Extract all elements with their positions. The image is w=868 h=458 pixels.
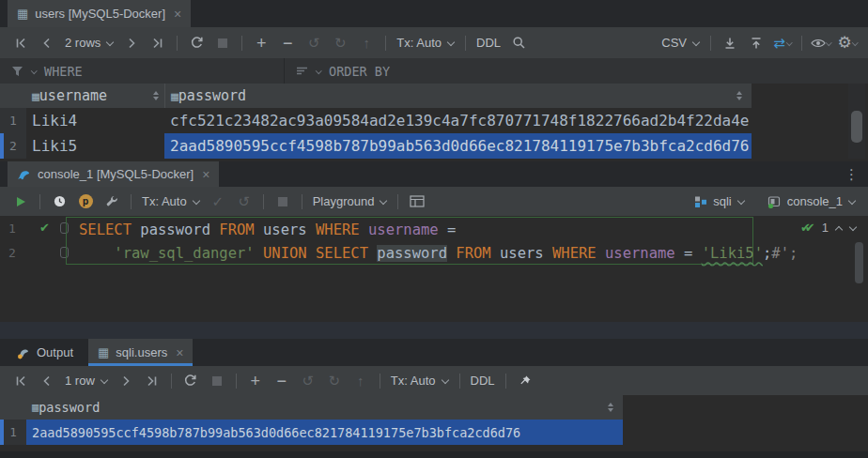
import-data-button[interactable] (745, 32, 767, 54)
row-number: 1 (0, 108, 26, 133)
next-problem-icon[interactable] (849, 224, 857, 232)
last-page-button[interactable] (147, 32, 169, 54)
where-label: WHERE (44, 64, 83, 79)
row-count-dropdown[interactable]: 2 rows (60, 36, 118, 50)
ddl-button[interactable]: DDL (472, 36, 505, 50)
tab-output[interactable]: Output (8, 339, 83, 366)
close-tab-icon[interactable]: × (176, 345, 183, 360)
stop-button[interactable] (206, 370, 228, 392)
sort-icon (153, 91, 159, 100)
ddl-button[interactable]: DDL (466, 374, 500, 388)
table-row[interactable]: 2 Liki5 2aad5890595ccf4598b787b99ab563d0… (0, 133, 868, 159)
undo-button[interactable]: ↺ (302, 32, 325, 54)
settings-button[interactable]: ⚙ (836, 32, 859, 54)
tx-mode-label: Tx: Auto (391, 374, 436, 388)
tab-title: Output (37, 345, 73, 359)
console-settings-button[interactable] (101, 191, 123, 213)
close-tab-icon[interactable]: × (174, 7, 181, 22)
playground-dropdown[interactable]: Playground (308, 194, 393, 208)
tab-sqli-users-result[interactable]: ▦ sqli.users × (88, 339, 193, 366)
scrollbar-thumb[interactable] (851, 111, 862, 143)
search-button[interactable] (507, 32, 530, 54)
row-count-dropdown[interactable]: 1 row (60, 374, 113, 388)
submit-button[interactable]: ↑ (355, 32, 378, 54)
table-row[interactable]: 1 Liki4 cfc521c23482ac93a09584ad2e139c4a… (0, 108, 868, 133)
cell-username[interactable]: Liki5 (26, 133, 164, 159)
stop-button[interactable] (211, 32, 234, 54)
next-page-button[interactable] (120, 32, 143, 54)
prev-page-button[interactable] (36, 370, 58, 392)
sql-token (368, 245, 377, 262)
selected-row-marker (0, 420, 4, 445)
editor-scrollbar-thumb[interactable] (855, 242, 863, 283)
sql-line-2[interactable]: 'raw_sql_danger' UNION SELECT password F… (79, 242, 798, 266)
cell-username[interactable]: Liki4 (26, 108, 164, 133)
undo-button[interactable]: ↺ (297, 370, 319, 392)
table-row[interactable]: 1 2aad5890595ccf4598b787b99ab563d0d66ec8… (0, 420, 868, 445)
parameters-button[interactable]: p (74, 191, 97, 213)
sql-editor[interactable]: 1 2 ✔ SELECT password FROM users WHERE u… (0, 216, 868, 322)
inspection-widget[interactable]: ✔✔ 1 (800, 221, 857, 235)
tab-title: users [MySQL5-Docker] (35, 7, 165, 21)
schema-icon (694, 195, 707, 208)
column-icon: ▦ (171, 90, 178, 102)
column-name: password (39, 400, 100, 415)
cell-password[interactable]: cfc521c23482ac93a09584ad2e139c4a7fc87077… (164, 108, 752, 133)
export-format-dropdown[interactable]: CSV (657, 36, 705, 50)
sql-token: SELECT (79, 221, 132, 238)
next-page-button[interactable] (115, 370, 137, 392)
cell-password-selected[interactable]: 2aad5890595ccf4598b787b99ab563d0d66ec821… (164, 133, 752, 159)
execute-button[interactable] (9, 191, 32, 213)
view-options-button[interactable] (810, 32, 832, 54)
tab-users-grid[interactable]: ▦ users [MySQL5-Docker] × (8, 0, 191, 27)
pin-tab-button[interactable] (514, 370, 536, 392)
stop-button[interactable] (271, 191, 294, 213)
rollback-button[interactable]: ↺ (233, 191, 256, 213)
reload-data-button[interactable] (185, 32, 208, 54)
submit-button[interactable]: ↑ (349, 370, 372, 392)
column-header-password[interactable]: ▦ password (164, 84, 752, 108)
revert-button[interactable]: ↻ (323, 370, 346, 392)
compare-sync-button[interactable]: ⇄ (771, 32, 794, 54)
tx-mode-dropdown[interactable]: Tx: Auto (137, 194, 205, 208)
first-page-button[interactable] (9, 370, 32, 392)
prev-page-button[interactable] (36, 32, 58, 54)
prev-problem-icon[interactable] (835, 224, 843, 232)
cell-password-selected[interactable]: 2aad5890595ccf4598b787b99ab563d0d66ec821… (26, 420, 623, 445)
sort-icon (608, 403, 613, 412)
run-success-icon[interactable]: ✔ (39, 221, 50, 235)
column-header-username[interactable]: ▦ username (26, 84, 164, 108)
tab-console[interactable]: console_1 [MySQL5-Docker] × (8, 161, 219, 187)
add-row-button[interactable]: + (250, 32, 272, 54)
query-history-button[interactable] (48, 191, 70, 213)
result-header-row: ▦ password (0, 395, 868, 420)
tx-mode-label: Tx: Auto (396, 36, 442, 50)
output-layout-button[interactable] (406, 191, 428, 213)
revert-button[interactable]: ↻ (329, 32, 351, 54)
where-filter[interactable]: WHERE (0, 58, 285, 84)
tx-mode-dropdown[interactable]: Tx: Auto (392, 36, 459, 50)
order-by-filter[interactable]: ORDER BY (285, 58, 401, 84)
line-number: 1 (8, 221, 16, 236)
more-options-icon[interactable]: ⋮ (835, 166, 868, 183)
delete-row-button[interactable]: − (271, 370, 293, 392)
chevron-down-icon (442, 377, 449, 385)
commit-button[interactable]: ✓ (207, 191, 229, 213)
session-dropdown[interactable]: console_1 (763, 194, 860, 208)
grid-scrollbar[interactable] (848, 84, 865, 159)
add-row-button[interactable]: + (244, 370, 267, 392)
close-tab-icon[interactable]: × (202, 167, 209, 182)
line-number: 2 (8, 246, 16, 260)
first-page-button[interactable] (9, 32, 32, 54)
export-data-button[interactable] (719, 32, 741, 54)
sort-icon (736, 91, 742, 100)
undo-icon: ↺ (302, 374, 315, 388)
sql-line-1[interactable]: SELECT password FROM users WHERE usernam… (79, 219, 456, 242)
last-page-button[interactable] (141, 370, 163, 392)
schema-dropdown[interactable]: sqli (690, 194, 750, 208)
column-header-password[interactable]: ▦ password (26, 395, 623, 420)
tx-mode-dropdown[interactable]: Tx: Auto (386, 374, 454, 388)
delete-row-button[interactable]: − (276, 32, 299, 54)
reload-data-button[interactable] (179, 370, 202, 392)
sql-token (255, 245, 263, 262)
